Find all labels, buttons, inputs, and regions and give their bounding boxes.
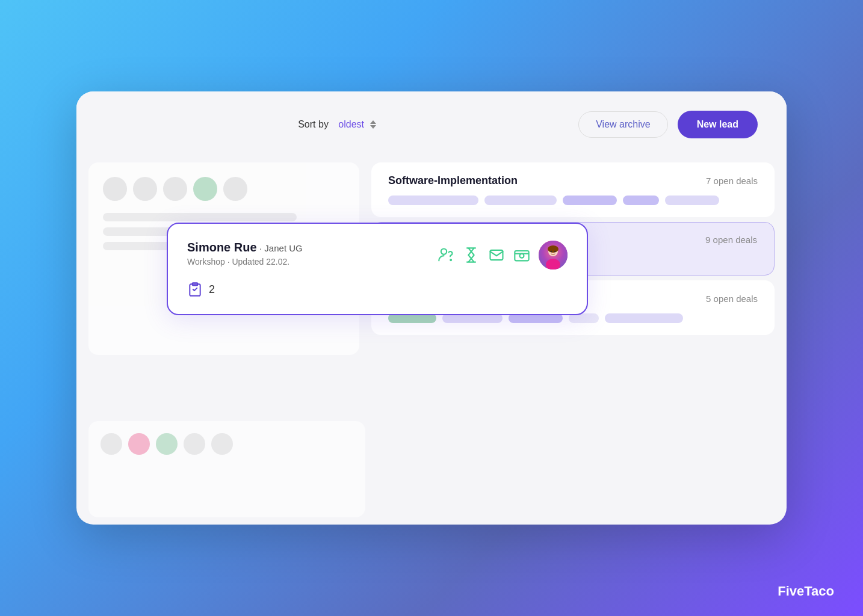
task-count: 2	[209, 283, 215, 296]
lead-card[interactable]: Simone Rue · Janet UG Workshop · Updated…	[167, 223, 588, 315]
dot-3	[163, 177, 187, 201]
clipboard-check-icon	[187, 282, 203, 297]
svg-point-7	[548, 245, 558, 253]
main-card: Sort by oldest View archive New lead	[76, 91, 787, 525]
svg-point-10	[554, 251, 555, 252]
pill-sw-3	[563, 196, 617, 205]
hourglass-icon	[463, 247, 480, 263]
pipeline-row-software[interactable]: Software-Implementation 7 open deals	[371, 162, 775, 217]
open-deals-software: 7 open deals	[706, 176, 758, 186]
placeholder-dots	[103, 177, 345, 201]
lead-name-section: Simone Rue · Janet UG Workshop · Updated…	[187, 241, 303, 266]
lead-full-name: Simone Rue · Janet UG	[187, 241, 303, 254]
bottom-dot-4	[184, 433, 205, 455]
pill-sw-2	[484, 196, 557, 205]
content-area: Simone Rue · Janet UG Workshop · Updated…	[76, 150, 787, 525]
envelope-icon	[488, 247, 505, 263]
bottom-dot-5	[211, 433, 233, 455]
lead-icons	[438, 241, 568, 270]
toolbar: Sort by oldest View archive New lead	[76, 91, 787, 150]
bottom-left-card	[88, 421, 365, 517]
pill-sw-5	[665, 196, 719, 205]
lead-company: · Janet UG	[259, 243, 303, 253]
bottom-dots	[101, 433, 353, 455]
arrow-up-icon	[370, 120, 376, 124]
pipeline-row-header-software: Software-Implementation 7 open deals	[388, 174, 758, 187]
avatar-image	[539, 241, 568, 270]
bottom-dot-green	[156, 433, 178, 455]
dot-1	[103, 177, 127, 201]
arrow-down-icon	[370, 125, 376, 129]
svg-rect-3	[515, 251, 528, 260]
sort-by-label: Sort by	[298, 119, 329, 130]
ph-row-1	[103, 213, 297, 221]
right-panel: Software-Implementation 7 open deals 9 o…	[371, 150, 787, 525]
lead-tasks: 2	[187, 282, 568, 297]
svg-point-0	[441, 249, 447, 254]
bottom-dot-1	[101, 433, 122, 455]
dot-green	[193, 177, 217, 201]
sort-arrows[interactable]	[370, 120, 376, 129]
open-deals-active: 9 open deals	[705, 235, 757, 245]
pipeline-pills-software	[388, 196, 758, 205]
lead-card-header: Simone Rue · Janet UG Workshop · Updated…	[187, 241, 568, 270]
svg-point-9	[551, 251, 552, 252]
bottom-dot-pink	[128, 433, 150, 455]
avatar-svg	[539, 241, 568, 270]
sort-by: Sort by oldest	[298, 119, 376, 130]
branding: FiveTaco	[778, 584, 834, 599]
pill-sw-4	[623, 196, 659, 205]
lead-name: Simone Rue	[187, 241, 257, 254]
lead-subtitle: Workshop · Updated 22.02.	[187, 257, 303, 266]
svg-point-1	[450, 259, 451, 260]
sort-by-value: oldest	[338, 119, 364, 130]
pipeline-name-software: Software-Implementation	[388, 174, 518, 187]
dot-2	[133, 177, 157, 201]
new-lead-button[interactable]: New lead	[678, 111, 758, 138]
money-icon	[513, 247, 530, 263]
view-archive-button[interactable]: View archive	[578, 111, 667, 138]
dot-5	[223, 177, 247, 201]
avatar	[539, 241, 568, 270]
person-question-icon	[438, 247, 454, 263]
pill-up-5	[605, 313, 683, 323]
open-deals-upselling: 5 open deals	[706, 294, 758, 304]
pill-sw-1	[388, 196, 478, 205]
